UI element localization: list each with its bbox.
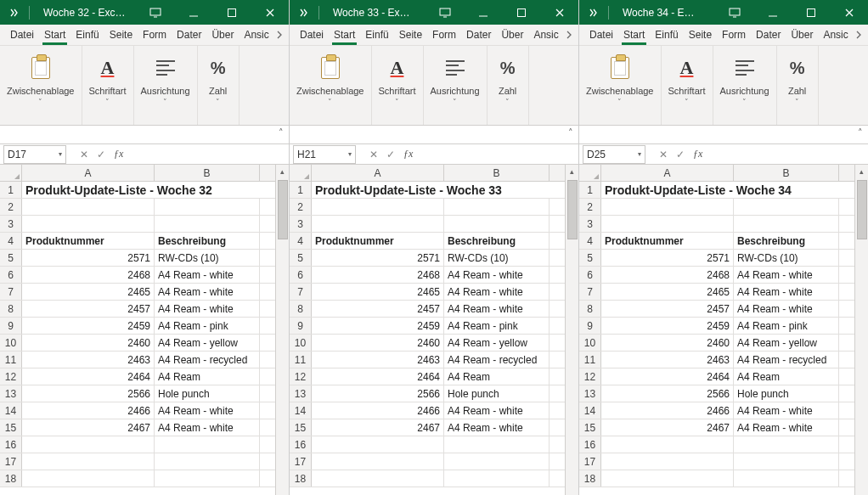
cell-a9[interactable]: 2459: [22, 318, 155, 334]
cell-a9[interactable]: 2459: [601, 318, 734, 334]
ribbon-alignment[interactable]: Ausrichtung˅: [713, 46, 777, 125]
cell-b4[interactable]: Beschreibung: [734, 233, 839, 249]
ribbon-alignment-dropdown-icon[interactable]: ˅: [163, 98, 167, 106]
cell-a2[interactable]: [312, 199, 444, 215]
row-header-7[interactable]: 7: [579, 284, 601, 300]
cell-a15[interactable]: 2467: [601, 419, 734, 436]
cell-b16[interactable]: [155, 436, 260, 453]
ribbon-clipboard-dropdown-icon[interactable]: ˅: [38, 98, 42, 106]
row-header-12[interactable]: 12: [579, 368, 601, 385]
cell-a11[interactable]: 2463: [22, 352, 155, 368]
row-header-17[interactable]: 17: [0, 453, 22, 470]
row-header-12[interactable]: 12: [0, 368, 22, 385]
cell-b11[interactable]: A4 Ream - recycled: [155, 352, 260, 368]
display-mode-button[interactable]: [715, 0, 753, 25]
select-all-corner[interactable]: [0, 165, 22, 181]
cell-a4[interactable]: Produktnummer: [601, 233, 734, 249]
cell-a3[interactable]: [22, 216, 155, 232]
cell-b4[interactable]: Beschreibung: [444, 233, 550, 249]
cell-b3[interactable]: [444, 216, 550, 232]
cell-a13[interactable]: 2566: [601, 385, 734, 402]
select-all-corner[interactable]: [579, 165, 601, 181]
scroll-up-icon[interactable]: ▴: [276, 165, 289, 178]
cell-b7[interactable]: A4 Ream - white: [734, 284, 839, 300]
close-button[interactable]: [830, 0, 868, 25]
cell-b15[interactable]: A4 Ream - white: [734, 419, 839, 436]
row-header-8[interactable]: 8: [0, 301, 22, 317]
row-header-3[interactable]: 3: [579, 216, 601, 232]
menu-form[interactable]: Form: [138, 25, 172, 44]
scroll-up-icon[interactable]: ▴: [855, 165, 868, 178]
row-header-2[interactable]: 2: [290, 199, 312, 215]
menu-datei[interactable]: Datei: [295, 25, 329, 44]
ribbon-alignment[interactable]: Ausrichtung˅: [134, 46, 198, 125]
cell-a3[interactable]: [601, 216, 734, 232]
cell-b14[interactable]: A4 Ream - white: [155, 402, 260, 419]
vertical-scrollbar[interactable]: ▴: [854, 165, 868, 495]
cell-b7[interactable]: A4 Ream - white: [444, 284, 550, 300]
row-header-15[interactable]: 15: [579, 419, 601, 436]
cell-b3[interactable]: [734, 216, 839, 232]
cell-b6[interactable]: A4 Ream - white: [155, 267, 260, 283]
row-header-6[interactable]: 6: [579, 267, 601, 283]
row-header-9[interactable]: 9: [0, 318, 22, 334]
cell-a10[interactable]: 2460: [601, 335, 734, 351]
ribbon-collapse-icon[interactable]: ˄: [279, 127, 284, 138]
ribbon-collapse-icon[interactable]: ˄: [858, 127, 863, 138]
cell-b18[interactable]: [734, 470, 839, 487]
menu-overflow-icon[interactable]: [563, 29, 575, 41]
ribbon-font[interactable]: ASchriftart˅: [82, 46, 134, 125]
cell-a14[interactable]: 2466: [22, 402, 155, 419]
cell-a7[interactable]: 2465: [601, 284, 734, 300]
row-header-10[interactable]: 10: [579, 335, 601, 351]
menu-overflow-icon[interactable]: [853, 29, 865, 41]
row-header-18[interactable]: 18: [0, 470, 22, 487]
cell-a7[interactable]: 2465: [312, 284, 444, 300]
cell-b16[interactable]: [734, 436, 839, 453]
cell-a17[interactable]: [22, 453, 155, 470]
row-header-16[interactable]: 16: [290, 436, 312, 453]
autosave-icon[interactable]: [298, 7, 310, 19]
menu-über[interactable]: Über: [496, 25, 528, 44]
row-header-4[interactable]: 4: [579, 233, 601, 249]
cell-b2[interactable]: [444, 199, 550, 215]
row-header-17[interactable]: 17: [579, 453, 601, 470]
menu-ansic[interactable]: Ansic: [818, 25, 853, 44]
row-header-10[interactable]: 10: [290, 335, 312, 351]
row-header-14[interactable]: 14: [579, 402, 601, 419]
row-header-2[interactable]: 2: [0, 199, 22, 215]
cell-b18[interactable]: [155, 470, 260, 487]
cell-a5[interactable]: 2571: [312, 250, 444, 266]
row-header-4[interactable]: 4: [290, 233, 312, 249]
menu-seite[interactable]: Seite: [104, 25, 138, 44]
row-header-8[interactable]: 8: [579, 301, 601, 317]
scroll-thumb[interactable]: [567, 180, 578, 239]
scroll-up-icon[interactable]: ▴: [566, 165, 578, 178]
ribbon-font[interactable]: ASchriftart˅: [662, 46, 713, 125]
row-header-1[interactable]: 1: [579, 182, 601, 198]
menu-start[interactable]: Start: [39, 25, 70, 44]
autosave-icon[interactable]: [8, 7, 20, 19]
cell-b10[interactable]: A4 Ream - yellow: [734, 335, 839, 351]
ribbon-number[interactable]: %Zahl˅: [488, 46, 529, 125]
cell-b13[interactable]: Hole punch: [734, 385, 839, 402]
column-header-a[interactable]: A: [22, 165, 155, 181]
cell-b5[interactable]: RW-CDs (10): [155, 250, 260, 266]
cell-a18[interactable]: [312, 470, 444, 487]
menu-über[interactable]: Über: [786, 25, 818, 44]
display-mode-button[interactable]: [426, 0, 464, 25]
row-header-14[interactable]: 14: [290, 402, 312, 419]
cell-a5[interactable]: 2571: [22, 250, 155, 266]
menu-einfü[interactable]: Einfü: [360, 25, 393, 44]
row-header-7[interactable]: 7: [290, 284, 312, 300]
row-header-1[interactable]: 1: [0, 182, 22, 198]
cell-b3[interactable]: [155, 216, 260, 232]
row-header-5[interactable]: 5: [579, 250, 601, 266]
ribbon-font-dropdown-icon[interactable]: ˅: [685, 98, 689, 106]
row-header-5[interactable]: 5: [0, 250, 22, 266]
cell-b4[interactable]: Beschreibung: [155, 233, 260, 249]
cell-a4[interactable]: Produktnummer: [312, 233, 444, 249]
row-header-1[interactable]: 1: [290, 182, 312, 198]
minimize-button[interactable]: [464, 0, 502, 25]
row-header-2[interactable]: 2: [579, 199, 601, 215]
